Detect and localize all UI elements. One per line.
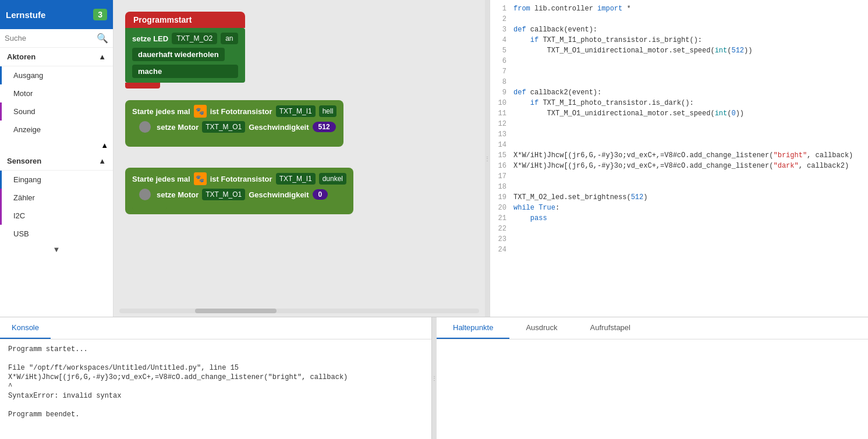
chevron-up-icon-sensoren: ▲ [98,157,106,165]
event2-footer [132,205,167,210]
event2-condition: ist Fototransistor [210,175,272,183]
event1-inner: setze Motor TXT_M_O1 Geschwindigkeit 512 [132,121,336,133]
code-line-12: 12 [490,120,868,130]
bottom-right-content [437,339,868,439]
event2-setze-motor: setze Motor [157,190,199,199]
line-text [513,15,868,26]
line-text: from lib.controller import * [513,5,868,15]
event2-motor-dd[interactable]: TXT_M_O1 [202,189,245,200]
zaehler-label: Zähler [13,193,35,202]
code-line-23: 23 [490,235,868,246]
tab-haltepunkte-label: Haltepunkte [453,323,493,332]
bottom-right: Haltepunkte Ausdruck Aufrufstapel [437,317,868,439]
event1-wrapper: Starte jedes mal 🐾 ist Fototransistor TX… [125,100,343,147]
code-line-14: 14 [490,141,868,151]
bottom-divider[interactable]: ⋮ [432,317,437,439]
console-line: SyntaxError: invalid syntax [8,392,423,401]
canvas-area[interactable]: Programmstart setze LED TXT_M_O2 an daue… [114,0,485,317]
code-line-21: 21 pass [490,214,868,225]
setze-led-label: setze LED [132,34,168,43]
sidebar-item-i2c[interactable]: I2C [0,207,113,225]
event1-inner-icon [139,121,151,133]
line-number: 19 [490,193,513,204]
line-number: 5 [490,47,513,57]
event1-speed-value: 512 [313,122,336,132]
line-number: 17 [490,172,513,183]
anzeige-label: Anzeige [13,125,41,134]
sound-label: Sound [13,107,36,116]
event1-dropdown2[interactable]: hell [319,105,337,117]
sensoren-label: Sensoren [7,157,41,165]
event1-dropdown1[interactable]: TXT_M_I1 [276,105,316,117]
code-line-2: 2 [490,15,868,26]
code-content: 1from lib.controller import *23def callb… [490,0,868,317]
sidebar-section-header-aktoren[interactable]: Aktoren ▲ [0,48,113,66]
event2-dropdown2[interactable]: dunkel [319,173,346,185]
led-dropdown-2[interactable]: an [221,33,238,44]
sidebar-item-motor[interactable]: Motor [0,84,113,102]
scroll-up-button[interactable]: ▲ [0,139,113,152]
line-number: 24 [490,246,513,256]
search-input[interactable] [5,34,97,43]
tab-haltepunkte[interactable]: Haltepunkte [437,317,509,339]
console-line: Programm startet... [8,345,423,355]
search-icon[interactable]: 🔍 [97,33,108,44]
line-number: 1 [490,5,513,15]
sidebar-item-usb[interactable]: USB [0,225,113,243]
event2-dropdown1[interactable]: TXT_M_I1 [276,173,316,185]
code-line-19: 19TXT_M_O2_led.set_brightness(512) [490,193,868,204]
sidebar-item-anzeige[interactable]: Anzeige [0,121,113,139]
line-text: while True: [513,204,868,214]
event2-inner-icon [139,189,151,200]
sidebar-item-sound[interactable]: Sound [0,102,113,121]
program-start-wrapper: Programmstart setze LED TXT_M_O2 an daue… [125,12,245,88]
event-block-2: Starte jedes mal 🐾 ist Fototransistor TX… [125,168,485,224]
code-line-22: 22 [490,225,868,235]
code-panel: 1from lib.controller import *23def callb… [490,0,868,317]
tab-konsole[interactable]: Konsole [0,317,51,339]
start-footer [125,83,160,88]
line-text [513,130,868,141]
start-header: Programmstart [125,12,245,28]
aktoren-label: Aktoren [7,52,36,61]
sidebar-header: Lernstufe 3 [0,0,113,29]
line-number: 20 [490,204,513,214]
event2-speed-value: 0 [313,189,328,200]
event1-condition: ist Fototransistor [210,107,272,116]
usb-label: USB [13,229,29,238]
code-line-5: 5 TXT_M_O1_unidirectional_motor.set_spee… [490,47,868,57]
block-row-dauerhaft: dauerhaft wiederholen [132,48,238,61]
canvas-scrollbar-thumb[interactable] [195,309,277,313]
bottom-left: Konsole Programm startet...File "/opt/ft… [0,317,432,439]
bottom-tabs-right: Haltepunkte Ausdruck Aufrufstapel [437,317,868,339]
line-number: 15 [490,151,513,162]
sidebar-item-eingang[interactable]: Eingang [0,171,113,189]
mache-label: mache [132,65,238,78]
event2-prefix: Starte jedes mal [132,175,190,183]
event1-header: Starte jedes mal 🐾 ist Fototransistor TX… [132,105,336,118]
program-start-group: Programmstart setze LED TXT_M_O2 an daue… [125,12,485,88]
line-text: def callback2(event): [513,88,868,99]
line-text: if TXT_M_I1_photo_transistor.is_bright()… [513,36,868,47]
resize-handle[interactable]: ⋮ [485,0,490,317]
tab-ausdruck[interactable]: Ausdruck [509,317,573,339]
event1-motor-dd[interactable]: TXT_M_O1 [202,121,245,133]
sidebar-item-ausgang[interactable]: Ausgang [0,66,113,84]
line-number: 16 [490,162,513,172]
code-line-8: 8 [490,78,868,88]
code-line-9: 9def callback2(event): [490,88,868,99]
sidebar-item-zaehler[interactable]: Zähler [0,189,113,207]
console-line: ^ [8,383,423,392]
scroll-down-button[interactable]: ▼ [0,243,113,256]
line-number: 10 [490,99,513,109]
line-text: if TXT_M_I1_photo_transistor.is_dark(): [513,99,868,109]
code-line-3: 3def callback(event): [490,26,868,36]
tab-aufrufstapel[interactable]: Aufrufstapel [574,317,647,339]
line-number: 8 [490,78,513,88]
sidebar-section-header-sensoren[interactable]: Sensoren ▲ [0,152,113,171]
console-line [8,355,423,364]
code-line-20: 20while True: [490,204,868,214]
led-dropdown-1[interactable]: TXT_M_O2 [172,33,217,44]
canvas-scrollbar[interactable] [119,309,479,313]
event1-prefix: Starte jedes mal [132,107,190,116]
